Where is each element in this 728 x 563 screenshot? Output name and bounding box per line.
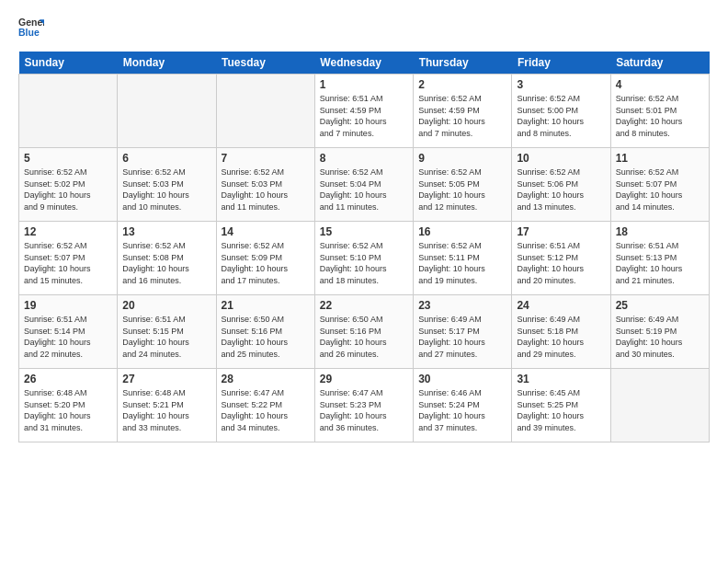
day-info: Sunrise: 6:45 AMSunset: 5:25 PMDaylight:… [517,387,605,433]
day-info: Sunrise: 6:47 AMSunset: 5:22 PMDaylight:… [222,387,310,433]
day-info: Sunrise: 6:50 AMSunset: 5:16 PMDaylight:… [320,314,408,360]
week-row-1: 5Sunrise: 6:52 AMSunset: 5:02 PMDaylight… [19,148,710,222]
day-info: Sunrise: 6:52 AMSunset: 5:01 PMDaylight:… [616,93,704,139]
day-info: Sunrise: 6:49 AMSunset: 5:18 PMDaylight:… [517,314,605,360]
day-number: 21 [222,299,310,312]
logo: General Blue [18,15,44,40]
day-info: Sunrise: 6:48 AMSunset: 5:21 PMDaylight:… [122,387,210,433]
header: General Blue [18,15,710,40]
day-number: 10 [517,152,605,165]
calendar-cell: 18Sunrise: 6:51 AMSunset: 5:13 PMDayligh… [610,222,709,295]
day-number: 22 [320,299,408,312]
calendar-cell [118,75,216,148]
day-info: Sunrise: 6:52 AMSunset: 5:10 PMDaylight:… [320,240,408,286]
calendar-cell [216,75,314,148]
calendar-cell: 1Sunrise: 6:51 AMSunset: 4:59 PMDaylight… [314,75,413,148]
day-number: 17 [517,225,605,238]
calendar-cell: 6Sunrise: 6:52 AMSunset: 5:03 PMDaylight… [118,148,216,222]
day-info: Sunrise: 6:47 AMSunset: 5:23 PMDaylight:… [320,387,408,433]
calendar-cell: 3Sunrise: 6:52 AMSunset: 5:00 PMDaylight… [512,75,610,148]
day-number: 4 [616,78,704,91]
day-info: Sunrise: 6:52 AMSunset: 5:08 PMDaylight:… [122,240,210,286]
calendar-cell: 27Sunrise: 6:48 AMSunset: 5:21 PMDayligh… [118,369,216,442]
calendar-cell: 21Sunrise: 6:50 AMSunset: 5:16 PMDayligh… [216,295,314,369]
calendar-cell: 9Sunrise: 6:52 AMSunset: 5:05 PMDaylight… [414,148,512,222]
day-info: Sunrise: 6:48 AMSunset: 5:20 PMDaylight:… [24,387,112,433]
day-info: Sunrise: 6:50 AMSunset: 5:16 PMDaylight:… [222,314,310,360]
calendar-cell: 19Sunrise: 6:51 AMSunset: 5:14 PMDayligh… [19,295,118,369]
day-number: 25 [616,299,704,312]
calendar-cell: 13Sunrise: 6:52 AMSunset: 5:08 PMDayligh… [118,222,216,295]
header-thursday: Thursday [414,52,512,75]
day-number: 7 [222,152,310,165]
day-number: 14 [222,225,310,238]
day-number: 2 [418,78,506,91]
day-number: 3 [517,78,605,91]
day-info: Sunrise: 6:46 AMSunset: 5:24 PMDaylight:… [418,387,506,433]
calendar-cell: 23Sunrise: 6:49 AMSunset: 5:17 PMDayligh… [414,295,512,369]
header-row: SundayMondayTuesdayWednesdayThursdayFrid… [19,52,710,75]
day-info: Sunrise: 6:51 AMSunset: 5:13 PMDaylight:… [616,240,704,286]
calendar-cell [19,75,118,148]
day-number: 26 [24,373,112,385]
day-info: Sunrise: 6:52 AMSunset: 5:00 PMDaylight:… [517,93,605,139]
calendar-cell: 15Sunrise: 6:52 AMSunset: 5:10 PMDayligh… [314,222,413,295]
day-number: 9 [418,152,506,165]
day-number: 20 [122,299,210,312]
header-monday: Monday [118,52,216,75]
calendar-cell: 25Sunrise: 6:49 AMSunset: 5:19 PMDayligh… [610,295,709,369]
day-number: 31 [517,373,605,385]
day-number: 27 [122,373,210,385]
calendar-cell: 20Sunrise: 6:51 AMSunset: 5:15 PMDayligh… [118,295,216,369]
calendar-cell: 22Sunrise: 6:50 AMSunset: 5:16 PMDayligh… [314,295,413,369]
calendar-cell: 28Sunrise: 6:47 AMSunset: 5:22 PMDayligh… [216,369,314,442]
day-number: 18 [616,225,704,238]
calendar-cell: 4Sunrise: 6:52 AMSunset: 5:01 PMDaylight… [610,75,709,148]
day-number: 15 [320,225,408,238]
week-row-2: 12Sunrise: 6:52 AMSunset: 5:07 PMDayligh… [19,222,710,295]
day-info: Sunrise: 6:52 AMSunset: 5:09 PMDaylight:… [222,240,310,286]
day-info: Sunrise: 6:52 AMSunset: 5:04 PMDaylight:… [320,167,408,213]
header-wednesday: Wednesday [314,52,413,75]
logo-icon: General Blue [18,15,44,40]
day-info: Sunrise: 6:52 AMSunset: 5:02 PMDaylight:… [24,167,112,213]
day-info: Sunrise: 6:51 AMSunset: 5:12 PMDaylight:… [517,240,605,286]
day-info: Sunrise: 6:52 AMSunset: 5:03 PMDaylight:… [222,167,310,213]
calendar-cell: 7Sunrise: 6:52 AMSunset: 5:03 PMDaylight… [216,148,314,222]
day-number: 30 [418,373,506,385]
day-info: Sunrise: 6:51 AMSunset: 4:59 PMDaylight:… [320,93,408,139]
day-info: Sunrise: 6:51 AMSunset: 5:14 PMDaylight:… [24,314,112,360]
day-number: 16 [418,225,506,238]
day-number: 8 [320,152,408,165]
header-saturday: Saturday [610,52,709,75]
day-number: 11 [616,152,704,165]
day-number: 19 [24,299,112,312]
week-row-3: 19Sunrise: 6:51 AMSunset: 5:14 PMDayligh… [19,295,710,369]
header-sunday: Sunday [19,52,118,75]
day-info: Sunrise: 6:52 AMSunset: 4:59 PMDaylight:… [418,93,506,139]
calendar-cell: 31Sunrise: 6:45 AMSunset: 5:25 PMDayligh… [512,369,610,442]
day-info: Sunrise: 6:49 AMSunset: 5:19 PMDaylight:… [616,314,704,360]
day-info: Sunrise: 6:52 AMSunset: 5:07 PMDaylight:… [616,167,704,213]
calendar-cell: 14Sunrise: 6:52 AMSunset: 5:09 PMDayligh… [216,222,314,295]
calendar-cell: 11Sunrise: 6:52 AMSunset: 5:07 PMDayligh… [610,148,709,222]
header-friday: Friday [512,52,610,75]
calendar-cell: 30Sunrise: 6:46 AMSunset: 5:24 PMDayligh… [414,369,512,442]
day-number: 29 [320,373,408,385]
calendar-cell: 17Sunrise: 6:51 AMSunset: 5:12 PMDayligh… [512,222,610,295]
calendar-cell: 2Sunrise: 6:52 AMSunset: 4:59 PMDaylight… [414,75,512,148]
day-info: Sunrise: 6:52 AMSunset: 5:06 PMDaylight:… [517,167,605,213]
day-info: Sunrise: 6:52 AMSunset: 5:05 PMDaylight:… [418,167,506,213]
day-number: 1 [320,78,408,91]
calendar-table: SundayMondayTuesdayWednesdayThursdayFrid… [18,52,710,442]
calendar-cell: 12Sunrise: 6:52 AMSunset: 5:07 PMDayligh… [19,222,118,295]
calendar-cell: 10Sunrise: 6:52 AMSunset: 5:06 PMDayligh… [512,148,610,222]
day-number: 12 [24,225,112,238]
day-number: 5 [24,152,112,165]
calendar-cell [610,369,709,442]
calendar-cell: 26Sunrise: 6:48 AMSunset: 5:20 PMDayligh… [19,369,118,442]
day-info: Sunrise: 6:52 AMSunset: 5:11 PMDaylight:… [418,240,506,286]
calendar-cell: 16Sunrise: 6:52 AMSunset: 5:11 PMDayligh… [414,222,512,295]
page: General Blue SundayMondayTuesdayWednesda… [0,0,728,563]
day-number: 6 [122,152,210,165]
